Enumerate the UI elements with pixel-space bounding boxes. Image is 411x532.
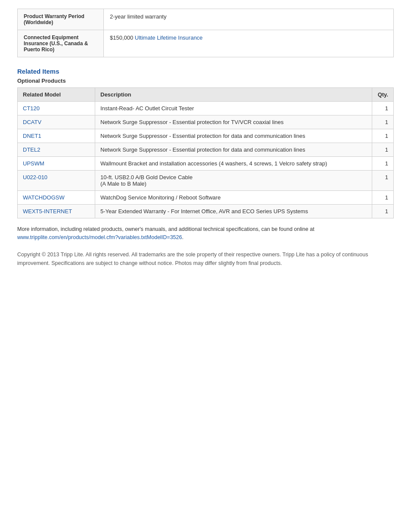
table-row: CT120Instant-Read- AC Outlet Circuit Tes… (18, 102, 394, 115)
related-model-cell: DTEL2 (18, 143, 95, 157)
related-qty-cell: 1 (372, 205, 394, 218)
related-model-cell: UPSWM (18, 157, 95, 171)
related-items-table: Related Model Description Qty. CT120Inst… (17, 87, 394, 218)
related-description-cell: Network Surge Suppressor - Essential pro… (95, 143, 372, 157)
related-model-cell: WATCHDOGSW (18, 191, 95, 205)
related-model-cell: CT120 (18, 102, 95, 115)
table-header-row: Related Model Description Qty. (18, 88, 394, 102)
table-row: U022-01010-ft. USB2.0 A/B Gold Device Ca… (18, 171, 394, 191)
related-model-cell: U022-010 (18, 171, 95, 191)
related-model-link[interactable]: DTEL2 (23, 146, 40, 153)
related-qty-cell: 1 (372, 191, 394, 205)
related-qty-cell: 1 (372, 143, 394, 157)
related-model-cell: DNET1 (18, 129, 95, 143)
related-qty-cell: 1 (372, 171, 394, 191)
related-qty-cell: 1 (372, 157, 394, 171)
table-row: UPSWMWallmount Bracket and installation … (18, 157, 394, 171)
related-description-cell: 10-ft. USB2.0 A/B Gold Device Cable(A Ma… (95, 171, 372, 191)
warranty-label: Connected Equipment Insurance (U.S., Can… (18, 30, 104, 57)
optional-products-label: Optional Products (17, 78, 394, 84)
info-url-link[interactable]: www.tripplite.com/en/products/model.cfm?… (17, 234, 182, 240)
related-model-link[interactable]: CT120 (23, 105, 40, 112)
warranty-label: Product Warranty Period (Worldwide) (18, 9, 104, 30)
related-model-link[interactable]: WATCHDOGSW (23, 194, 65, 201)
col-header-qty: Qty. (372, 88, 394, 102)
related-model-link[interactable]: WEXT5-INTERNET (23, 208, 72, 215)
table-row: WATCHDOGSWWatchDog Service Monitoring / … (18, 191, 394, 205)
warranty-table: Product Warranty Period (Worldwide)2-yea… (17, 9, 394, 57)
col-header-model: Related Model (18, 88, 95, 102)
insurance-link[interactable]: Ultimate Lifetime Insurance (135, 34, 203, 41)
related-model-link[interactable]: DNET1 (23, 133, 41, 139)
related-items-section: Related Items Optional Products Related … (17, 68, 394, 218)
related-model-cell: WEXT5-INTERNET (18, 205, 95, 218)
related-model-link[interactable]: DCATV (23, 119, 41, 125)
table-row: DTEL2Network Surge Suppressor - Essentia… (18, 143, 394, 157)
table-row: WEXT5-INTERNET5-Year Extended Warranty -… (18, 205, 394, 218)
related-description-cell: Network Surge Suppressor - Essential pro… (95, 129, 372, 143)
related-description-cell: WatchDog Service Monitoring / Reboot Sof… (95, 191, 372, 205)
related-description-cell: Wallmount Bracket and installation acces… (95, 157, 372, 171)
related-model-link[interactable]: U022-010 (23, 174, 47, 180)
related-description-cell: Network Surge Suppressor - Essential pro… (95, 115, 372, 129)
related-qty-cell: 1 (372, 129, 394, 143)
col-header-description: Description (95, 88, 372, 102)
warranty-value: 2-year limited warranty (104, 9, 394, 30)
related-items-heading: Related Items (17, 68, 394, 75)
related-qty-cell: 1 (372, 115, 394, 129)
related-model-link[interactable]: UPSWM (23, 160, 44, 167)
info-text-before-link: More information, including related prod… (17, 226, 314, 232)
related-qty-cell: 1 (372, 102, 394, 115)
table-row: DNET1Network Surge Suppressor - Essentia… (18, 129, 394, 143)
related-model-cell: DCATV (18, 115, 95, 129)
related-description-cell: Instant-Read- AC Outlet Circuit Tester (95, 102, 372, 115)
warranty-value: $150,000 Ultimate Lifetime Insurance (104, 30, 394, 57)
related-description-cell: 5-Year Extended Warranty - For Internet … (95, 205, 372, 218)
table-row: DCATVNetwork Surge Suppressor - Essentia… (18, 115, 394, 129)
info-paragraph: More information, including related prod… (17, 225, 394, 242)
copyright-text: Copyright © 2013 Tripp Lite. All rights … (17, 250, 394, 268)
